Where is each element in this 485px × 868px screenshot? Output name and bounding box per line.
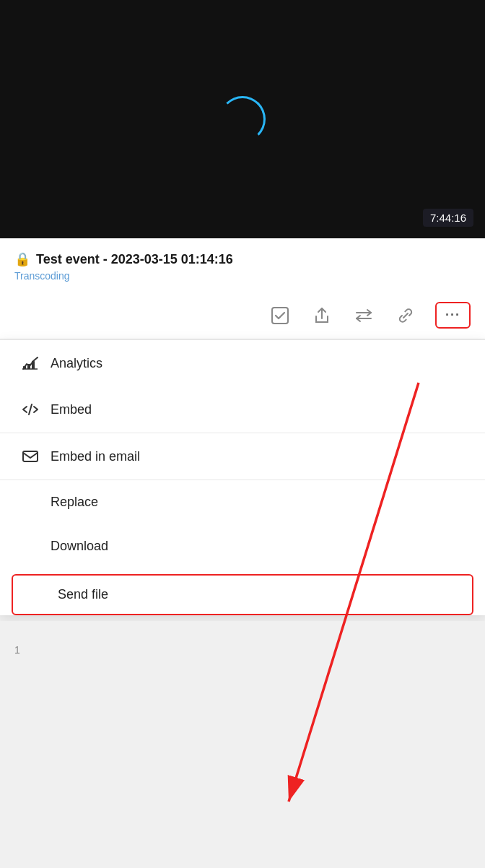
lock-icon: 🔒 — [14, 251, 30, 267]
video-toolbar: ··· — [14, 293, 471, 339]
dropdown-menu: Analytics Embed Embed in email Replace — [0, 339, 485, 615]
bottom-area: 1 — [0, 621, 485, 679]
more-options-button[interactable]: ··· — [435, 302, 471, 329]
svg-rect-0 — [272, 308, 288, 324]
replace-menu-item[interactable]: Replace — [0, 480, 485, 524]
analytics-menu-item[interactable]: Analytics — [0, 340, 485, 386]
page-number: 1 — [14, 644, 20, 656]
analytics-icon — [20, 355, 40, 372]
svg-rect-3 — [27, 364, 30, 369]
swap-button[interactable] — [351, 303, 376, 328]
video-duration: 7:44:16 — [423, 209, 473, 227]
video-title: Test event - 2023-03-15 01:14:16 — [36, 252, 233, 267]
link-icon — [396, 306, 415, 325]
review-icon — [271, 306, 289, 325]
link-button[interactable] — [393, 303, 418, 328]
code-icon — [20, 401, 40, 418]
swap-icon — [354, 306, 373, 325]
svg-rect-4 — [32, 361, 35, 369]
embed-label: Embed — [51, 402, 92, 417]
spinner-circle — [219, 96, 266, 142]
download-menu-item[interactable]: Download — [0, 524, 485, 568]
share-icon — [313, 306, 331, 325]
send-file-menu-item[interactable]: Send file — [12, 574, 473, 615]
status-badge: Transcoding — [14, 270, 471, 282]
info-section: 🔒 Test event - 2023-03-15 01:14:16 Trans… — [0, 238, 485, 339]
svg-line-5 — [29, 404, 32, 415]
replace-label: Replace — [51, 495, 98, 510]
send-file-label: Send file — [58, 587, 108, 602]
embed-menu-item[interactable]: Embed — [0, 386, 485, 433]
video-player: 7:44:16 — [0, 0, 485, 238]
svg-rect-6 — [23, 451, 38, 461]
analytics-label: Analytics — [51, 356, 102, 371]
embed-email-menu-item[interactable]: Embed in email — [0, 433, 485, 479]
loading-spinner — [219, 96, 266, 142]
more-dots-icon: ··· — [445, 308, 460, 323]
review-button[interactable] — [268, 303, 292, 328]
title-row: 🔒 Test event - 2023-03-15 01:14:16 — [14, 251, 471, 267]
embed-email-label: Embed in email — [51, 449, 140, 464]
svg-rect-2 — [23, 366, 26, 369]
download-label: Download — [51, 539, 108, 554]
email-icon — [20, 448, 40, 465]
share-button[interactable] — [310, 303, 334, 328]
